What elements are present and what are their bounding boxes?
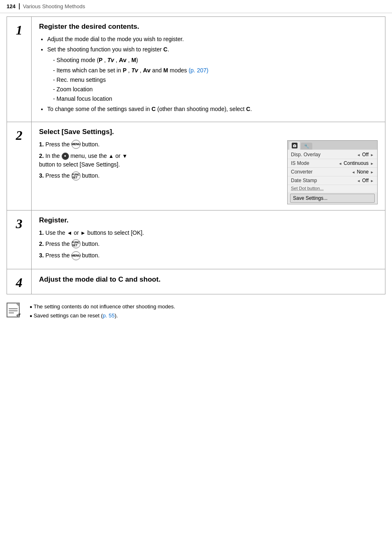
step-4-content: Adjust the mode dial to C and shoot.	[32, 270, 385, 294]
step-2-menu-screenshot: 🔧 Disp. Overlay Off	[287, 140, 378, 204]
camera-icon-svg	[293, 143, 297, 148]
menu-row-converter: Converter None	[288, 168, 377, 176]
menu-row-converter-label: Converter	[291, 169, 313, 175]
menu-tab-active	[289, 141, 300, 150]
step-1-number-col: 1	[7, 17, 32, 122]
left-arrow-btn: ◄	[67, 230, 72, 236]
page-number: 124	[7, 3, 20, 9]
is-value-text: Continuous	[344, 160, 369, 166]
menu-row-datestamp-label: Date Stamp	[291, 178, 317, 183]
conv-arrow-left	[351, 169, 355, 175]
step-1-bullets: Adjust the mode dial to the mode you wis…	[39, 35, 378, 113]
step3-func-set-icon: FUNCSET	[71, 239, 81, 248]
camera-tab-icon	[292, 143, 297, 148]
menu-icon-label: MENU	[71, 142, 81, 147]
right-arrow-btn: ►	[81, 230, 86, 236]
step-1-bullet-3: To change some of the settings saved in …	[47, 105, 378, 113]
step-2-step-1: 1. Press the MENU button.	[39, 140, 281, 149]
step-3-step-2: 2. Press the FUNCSET button.	[39, 240, 378, 249]
step-1-sub-1: Shooting mode (P , Tv , Av , M)	[53, 56, 378, 65]
step-2-content: Select [Save Settings]. 1. Press the MEN…	[32, 122, 385, 210]
conv-value-text: None	[357, 169, 369, 175]
step-1-sub-bullets: Shooting mode (P , Tv , Av , M) Items wh…	[47, 56, 378, 103]
or-text-1: or	[115, 153, 120, 159]
step-3-step-1: 1. Use the ◄ or ► buttons to select [OK]…	[39, 229, 378, 237]
save-settings-row: Save Settings...	[290, 194, 375, 203]
menu-row-disp-value: Off	[357, 152, 374, 157]
menu-row-disp-label: Disp. Overlay	[291, 152, 321, 157]
svg-point-2	[294, 146, 295, 146]
date-arrow-right	[370, 178, 374, 183]
step-2-heading: Select [Save Settings].	[39, 128, 378, 136]
step-1-bullet-2: Set the shooting function you wish to re…	[47, 45, 378, 103]
step-1-sub-3: Rec. menu settings	[53, 76, 378, 84]
down-arrow: ▼	[122, 153, 127, 159]
menu-tab-bar: 🔧	[288, 141, 377, 150]
note-page-fold	[15, 303, 19, 307]
is-arrow-right	[370, 160, 374, 166]
is-arrow-left	[338, 160, 342, 166]
note-page-icon: ✏	[7, 303, 20, 317]
step-1-body: Adjust the mode dial to the mode you wis…	[39, 35, 378, 113]
menu-row-datestamp: Date Stamp Off	[288, 176, 377, 185]
or-text-2: or	[74, 229, 78, 236]
step-1-content: Register the desired contents. Adjust th…	[32, 17, 385, 122]
disp-value-text: Off	[362, 152, 369, 157]
step-1-p207-link[interactable]: (p. 207)	[189, 67, 208, 74]
note-line-2	[9, 310, 18, 311]
set-dot-row: Set Dot button...	[288, 185, 377, 192]
menu-row-datestamp-value: Off	[357, 178, 374, 183]
step-1-heading: Register the desired contents.	[39, 23, 378, 31]
step3-menu-label: MENU	[71, 253, 81, 258]
menu-row-is-value: Continuous	[338, 160, 374, 166]
step-3-number: 3	[16, 217, 23, 230]
step-2-numbered-steps: 1. Press the MENU button. 2. In the ● me…	[39, 140, 281, 181]
func-set-button-icon: FUNCSET	[71, 171, 81, 180]
step-2: 2 Select [Save Settings]. 1. Press the M…	[7, 122, 385, 211]
step-4-heading: Adjust the mode dial to C and shoot.	[39, 275, 161, 284]
step-3-step-3: 3. Press the MENU button.	[39, 251, 378, 260]
step-1-number: 1	[16, 23, 23, 37]
menu-row-is: IS Mode Continuous	[288, 159, 377, 168]
step-3-heading: Register.	[39, 216, 378, 224]
step-2-inner: 1. Press the MENU button. 2. In the ● me…	[39, 140, 378, 204]
menu-row-converter-value: None	[351, 169, 374, 175]
note-text: The setting contents do not influence ot…	[30, 303, 385, 322]
note-line-3	[9, 312, 14, 313]
func-set-icon-label: FUNCSET	[72, 173, 80, 179]
conv-arrow-right	[370, 169, 374, 175]
step-4: 4 Adjust the mode dial to C and shoot.	[7, 269, 385, 294]
note-icon-container: ✏	[7, 303, 25, 317]
step-3-content: Register. 1. Use the ◄ or ► buttons to s…	[32, 211, 385, 269]
note-box: ✏ The setting contents do not influence …	[7, 303, 385, 322]
step-4-number: 4	[16, 276, 23, 289]
step-4-number-col: 4	[7, 269, 32, 294]
note-line-1	[9, 308, 18, 309]
menu-rows: Disp. Overlay Off IS Mode	[288, 150, 377, 192]
step-2-number: 2	[16, 129, 23, 142]
note-p55-link[interactable]: p. 55	[103, 312, 115, 319]
step-3-number-col: 3	[7, 211, 32, 269]
menu-row-is-label: IS Mode	[291, 160, 309, 166]
date-arrow-left	[357, 178, 360, 183]
step-2-number-col: 2	[7, 122, 32, 210]
steps-container: 1 Register the desired contents. Adjust …	[7, 16, 385, 294]
note-item-2: Saved settings can be reset (p. 55).	[30, 312, 385, 320]
menu-tab-tools: 🔧	[301, 143, 312, 150]
step-1-sub-2: Items which can be set in P , Tv , Av an…	[53, 66, 378, 75]
svg-rect-3	[294, 144, 295, 145]
note-item-1: The setting contents do not influence ot…	[30, 303, 385, 311]
step-2-step-3: 3. Press the FUNCSET button.	[39, 171, 281, 180]
disp-arrow-right	[370, 152, 374, 157]
menu-row-disp: Disp. Overlay Off	[288, 150, 377, 159]
step-2-text: 1. Press the MENU button. 2. In the ● me…	[39, 140, 281, 204]
menu-screenshot-box: 🔧 Disp. Overlay Off	[287, 140, 378, 204]
step-1-sub-4: Zoom location	[53, 85, 378, 94]
menu-button-icon: MENU	[71, 140, 81, 149]
up-arrow: ▲	[108, 153, 114, 159]
step3-menu-icon: MENU	[71, 251, 81, 260]
step-3-numbered-steps: 1. Use the ◄ or ► buttons to select [OK]…	[39, 229, 378, 261]
date-value-text: Off	[362, 178, 369, 183]
disp-arrow-left	[357, 152, 360, 157]
page-title: Various Shooting Methods	[23, 3, 85, 9]
